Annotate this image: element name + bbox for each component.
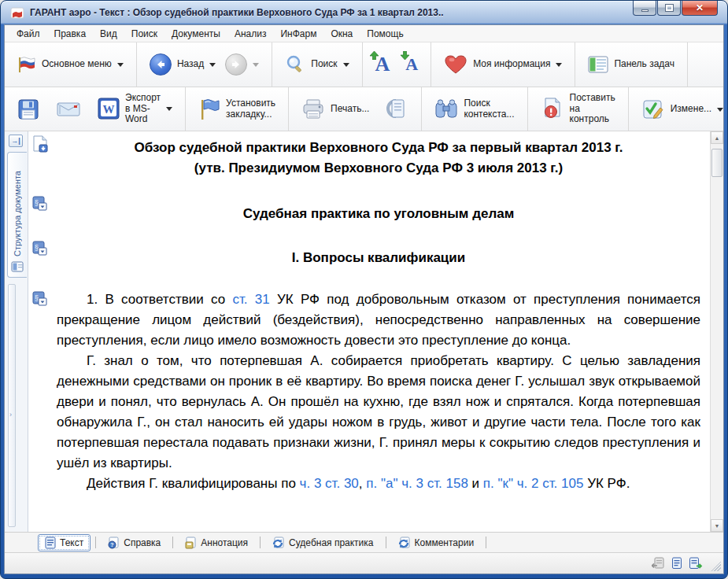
- my-info-group: Моя информация: [431, 42, 575, 87]
- sidebar-tab-document-structure[interactable]: Структура документа: [7, 152, 27, 278]
- search-button[interactable]: Поиск: [280, 51, 353, 78]
- svg-text:§: §: [35, 244, 39, 252]
- tab-judicial-practice-label: Судебная практика: [289, 537, 373, 548]
- scrollbar-thumb[interactable]: [711, 149, 722, 177]
- save-button[interactable]: [13, 95, 44, 124]
- task-panel-button[interactable]: Панель задач: [583, 53, 679, 76]
- task-panel-icon: [588, 56, 608, 73]
- ms-word-icon: W: [98, 98, 120, 120]
- app-window: ГАРАНТ аэро - Текст : Обзор судебной пра…: [0, 0, 728, 579]
- tab-judicial-practice[interactable]: Судебная практика: [265, 534, 380, 551]
- menu-windows[interactable]: Окна: [323, 26, 360, 42]
- control-label: Поставить на контроль: [570, 93, 615, 125]
- russian-flag-icon: [17, 56, 36, 73]
- menu-help[interactable]: Помощь: [360, 26, 410, 42]
- menu-analysis[interactable]: Анализ: [227, 26, 274, 42]
- maximize-button[interactable]: [657, 1, 681, 16]
- resize-grip[interactable]: [711, 561, 721, 571]
- print-preview-button[interactable]: [380, 94, 413, 124]
- status-bar: [5, 552, 723, 573]
- scrollbar-track[interactable]: [711, 144, 723, 519]
- increase-font-button[interactable]: A: [371, 50, 395, 79]
- forward-icon: [225, 53, 247, 76]
- window-body: Файл Правка Вид Поиск Документы Анализ И…: [4, 24, 724, 574]
- tab-reference[interactable]: ? Справка: [101, 534, 168, 551]
- menu-file[interactable]: Файл: [9, 26, 47, 42]
- menu-bar: Файл Правка Вид Поиск Документы Анализ И…: [5, 25, 723, 42]
- tab-annotation-label: Аннотация: [201, 537, 248, 548]
- menu-documents[interactable]: Документы: [164, 26, 227, 42]
- context-search-group: Поиск контекста...: [422, 87, 527, 131]
- expand-sidebar-button[interactable]: →|: [9, 135, 23, 147]
- text-run: Г. знал о том, что потерпевшая А. собира…: [57, 353, 700, 470]
- tab-separator: [260, 537, 261, 548]
- decrease-font-icon: A: [405, 54, 418, 75]
- document-canvas: § § § Обзор судебной практики Верховного…: [28, 131, 710, 532]
- main-menu-label: Основное меню: [42, 59, 112, 70]
- context-search-label: Поиск контекста...: [464, 98, 514, 120]
- binoculars-icon: [434, 98, 458, 120]
- decrease-font-button[interactable]: A: [401, 51, 423, 78]
- chevron-down-icon: [117, 63, 124, 70]
- paragraph-menu-icon[interactable]: §: [32, 241, 47, 256]
- title-bar[interactable]: ГАРАНТ аэро - Текст : Обзор судебной пра…: [1, 1, 727, 24]
- control-group: Поставить на контроль: [528, 87, 629, 131]
- vertical-scrollbar[interactable]: ▲ ▼: [710, 131, 723, 532]
- structure-panel-icon: [11, 261, 24, 272]
- bookmark-button[interactable]: Установить закладку...: [194, 94, 280, 124]
- minimize-button[interactable]: [633, 1, 656, 16]
- export-word-button[interactable]: W Экспорт в MS-Word: [93, 90, 177, 128]
- tab-annotation[interactable]: Аннотация: [178, 534, 255, 551]
- document-jump-icon[interactable]: [32, 135, 48, 153]
- close-button[interactable]: ✕: [682, 1, 718, 16]
- changes-button[interactable]: Измене...: [637, 95, 724, 124]
- document-area: →| Структура документа › § §: [5, 131, 723, 532]
- menu-edit[interactable]: Правка: [47, 26, 94, 42]
- maximize-icon: [666, 5, 673, 11]
- context-search-button[interactable]: Поиск контекста...: [430, 95, 519, 124]
- comments-tab-icon: [398, 537, 411, 549]
- task-panel-label: Панель задач: [614, 59, 674, 70]
- save-icon: [17, 98, 39, 120]
- printer-icon: [301, 98, 325, 120]
- tab-comments[interactable]: Комментарии: [391, 534, 482, 551]
- paragraph-menu-icon[interactable]: §: [32, 196, 47, 212]
- paragraph-menu-icon[interactable]: §: [32, 291, 47, 307]
- search-chevron-icon: [343, 63, 349, 70]
- sidebar-splitter[interactable]: ›: [8, 284, 16, 527]
- document-title-line1: Обзор судебной практики Верховного Суда …: [57, 138, 700, 158]
- tab-comments-label: Комментарии: [415, 537, 475, 548]
- status-next-doc-icon[interactable]: [689, 557, 703, 570]
- forward-button[interactable]: [220, 50, 264, 79]
- article-link[interactable]: п. "к" ч. 2 ст. 105: [483, 476, 584, 491]
- article-link[interactable]: ст. 31: [232, 292, 269, 307]
- text-run: Действия Г. квалифицированы по: [87, 476, 300, 491]
- bookmark-group: Установить закладку...: [186, 87, 289, 131]
- svg-text:§: §: [35, 199, 39, 207]
- scroll-down-button[interactable]: ▼: [711, 519, 723, 532]
- menu-infarm[interactable]: ИнФарм: [273, 26, 323, 42]
- menu-view[interactable]: Вид: [93, 26, 124, 42]
- main-menu-button[interactable]: Основное меню: [13, 53, 128, 76]
- window-controls: ✕: [632, 1, 718, 16]
- my-info-button[interactable]: Моя информация: [439, 51, 567, 78]
- mail-button[interactable]: [52, 98, 85, 120]
- window-title: ГАРАНТ аэро - Текст : Обзор судебной пра…: [30, 7, 444, 18]
- bookmark-label: Установить закладку...: [226, 98, 275, 120]
- article-link[interactable]: п. "а" ч. 3 ст. 158: [366, 476, 468, 491]
- back-button[interactable]: Назад: [145, 50, 220, 79]
- article-link[interactable]: ч. 3 ст. 30: [300, 476, 359, 491]
- menu-search[interactable]: Поиск: [124, 26, 164, 42]
- print-preview-icon: [385, 98, 408, 121]
- svg-text:W: W: [103, 103, 115, 116]
- scroll-up-button[interactable]: ▲: [711, 131, 723, 144]
- status-prev-doc-icon[interactable]: [652, 557, 665, 570]
- tab-text[interactable]: Текст: [38, 534, 91, 551]
- paragraph-2: Г. знал о том, что потерпевшая А. собира…: [57, 351, 700, 474]
- print-button[interactable]: Печать...: [297, 95, 374, 124]
- status-current-doc-icon[interactable]: [671, 557, 682, 570]
- search-label: Поиск: [311, 59, 337, 70]
- control-button[interactable]: Поставить на контроль: [536, 90, 620, 128]
- paragraph-1: 1. В соответствии со ст. 31 УК РФ под до…: [57, 290, 700, 351]
- text-run: 1. В соответствии со: [87, 292, 232, 307]
